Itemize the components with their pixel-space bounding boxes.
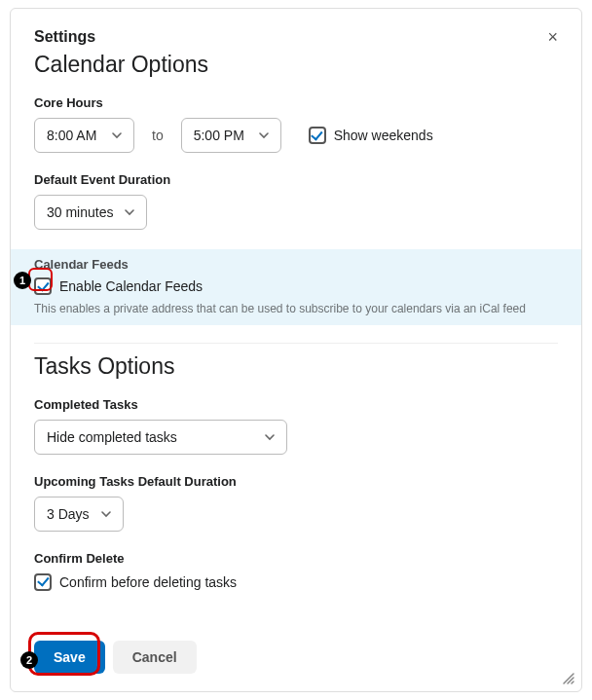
default-event-duration-label: Default Event Duration [34, 172, 558, 187]
show-weekends-row: Show weekends [309, 127, 433, 144]
completed-tasks-value: Hide completed tasks [47, 429, 177, 445]
calendar-options-heading: Calendar Options [34, 52, 558, 78]
chevron-down-icon [125, 207, 134, 217]
core-hours-row: 8:00 AM to 5:00 PM Show weekends [34, 118, 558, 153]
show-weekends-checkbox[interactable] [309, 127, 326, 144]
core-hours-group: Core Hours 8:00 AM to 5:00 PM Show weeke… [34, 95, 558, 153]
show-weekends-label: Show weekends [334, 128, 433, 143]
default-event-duration-group: Default Event Duration 30 minutes [34, 172, 558, 230]
confirm-delete-checkbox[interactable] [34, 573, 52, 591]
close-icon[interactable]: × [547, 28, 558, 46]
core-hours-start-select[interactable]: 8:00 AM [34, 118, 134, 153]
chevron-down-icon [101, 509, 111, 519]
completed-tasks-group: Completed Tasks Hide completed tasks [34, 397, 558, 455]
calendar-feeds-section: Calendar Feeds Enable Calendar Feeds Thi… [11, 249, 581, 325]
upcoming-duration-select[interactable]: 3 Days [34, 497, 124, 532]
calendar-feeds-label: Calendar Feeds [34, 257, 558, 272]
dialog-buttons: Save Cancel [34, 641, 197, 674]
annotation-marker-1: 1 [14, 272, 31, 289]
default-event-duration-select[interactable]: 30 minutes [34, 195, 147, 230]
to-label: to [152, 128, 164, 143]
enable-feeds-checkbox[interactable] [34, 277, 52, 295]
save-button[interactable]: Save [34, 641, 105, 674]
confirm-delete-checkbox-label: Confirm before deleting tasks [59, 574, 237, 590]
core-hours-label: Core Hours [34, 95, 558, 110]
upcoming-duration-value: 3 Days [47, 506, 90, 522]
chevron-down-icon [112, 130, 122, 140]
default-event-duration-value: 30 minutes [47, 204, 113, 220]
chevron-down-icon [259, 130, 269, 140]
completed-tasks-label: Completed Tasks [34, 397, 558, 412]
core-hours-end-select[interactable]: 5:00 PM [181, 118, 281, 153]
enable-feeds-label: Enable Calendar Feeds [59, 278, 203, 294]
tasks-options-heading: Tasks Options [34, 353, 558, 380]
chevron-down-icon [265, 432, 275, 442]
core-hours-end-value: 5:00 PM [194, 128, 244, 143]
section-divider [34, 343, 558, 344]
confirm-delete-group: Confirm Delete Confirm before deleting t… [34, 551, 558, 592]
enable-feeds-row: Enable Calendar Feeds [34, 277, 203, 295]
dialog-title: Settings [34, 28, 95, 46]
annotation-marker-2: 2 [20, 651, 38, 669]
feeds-description: This enables a private address that can … [34, 302, 558, 315]
confirm-delete-row: Confirm before deleting tasks [34, 573, 237, 591]
completed-tasks-select[interactable]: Hide completed tasks [34, 420, 287, 455]
dialog-header: Settings × [34, 28, 558, 46]
upcoming-duration-group: Upcoming Tasks Default Duration 3 Days [34, 474, 558, 532]
cancel-button[interactable]: Cancel [113, 641, 197, 674]
resize-handle-icon[interactable] [560, 670, 575, 685]
core-hours-start-value: 8:00 AM [47, 128, 96, 143]
upcoming-duration-label: Upcoming Tasks Default Duration [34, 474, 558, 489]
confirm-delete-label: Confirm Delete [34, 551, 558, 566]
settings-dialog: Settings × Calendar Options Core Hours 8… [10, 8, 582, 692]
